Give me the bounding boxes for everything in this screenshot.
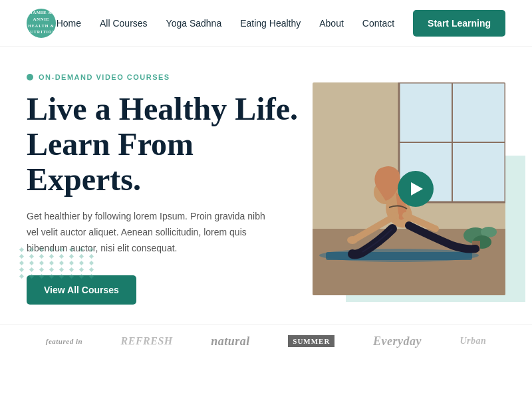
hero-badge: ON-DEMAND VIDEO COURSES: [27, 73, 313, 81]
nav-eating-healthy[interactable]: Eating Healthy: [240, 18, 301, 29]
brand-everyday: Everyday: [373, 334, 422, 348]
brand-summer: SUMMER: [288, 335, 334, 347]
nav-yoga-sadhna[interactable]: Yoga Sadhna: [166, 18, 222, 29]
badge-dot: [27, 74, 33, 80]
svg-rect-11: [326, 252, 472, 260]
brands-strip: featured in REFRESH natural SUMMER Every…: [0, 325, 532, 358]
brand-featured: featured in: [46, 337, 82, 345]
badge-label: ON-DEMAND VIDEO COURSES: [39, 73, 170, 81]
logo-circle: JAMIE & ANNIEHEALTH & NUTRITION: [27, 9, 56, 38]
navigation: JAMIE & ANNIEHEALTH & NUTRITION Home All…: [0, 0, 532, 47]
nav-contact[interactable]: Contact: [362, 18, 394, 29]
play-button[interactable]: [398, 171, 434, 207]
dots-decoration: [20, 248, 96, 278]
brand-natural: natural: [211, 334, 250, 348]
nav-all-courses[interactable]: All Courses: [100, 18, 148, 29]
brand-urban: Urban: [460, 336, 486, 346]
brand-refresh: REFRESH: [121, 335, 173, 347]
hero-image-area: [313, 82, 519, 295]
logo: JAMIE & ANNIEHEALTH & NUTRITION: [27, 9, 56, 38]
nav-home[interactable]: Home: [57, 18, 81, 29]
hero-content: ON-DEMAND VIDEO COURSES Live a Healthy L…: [27, 73, 313, 305]
view-all-courses-button[interactable]: View All Courses: [27, 275, 136, 305]
start-learning-button[interactable]: Start Learning: [413, 10, 505, 37]
svg-point-15: [347, 236, 358, 244]
nav-links: Home All Courses Yoga Sadhna Eating Heal…: [57, 10, 505, 37]
play-icon: [411, 182, 423, 196]
hero-title: Live a Healthy Life. Learn From Experts.: [27, 92, 313, 197]
nav-about[interactable]: About: [319, 18, 344, 29]
hero-section: ON-DEMAND VIDEO COURSES Live a Healthy L…: [0, 47, 532, 318]
